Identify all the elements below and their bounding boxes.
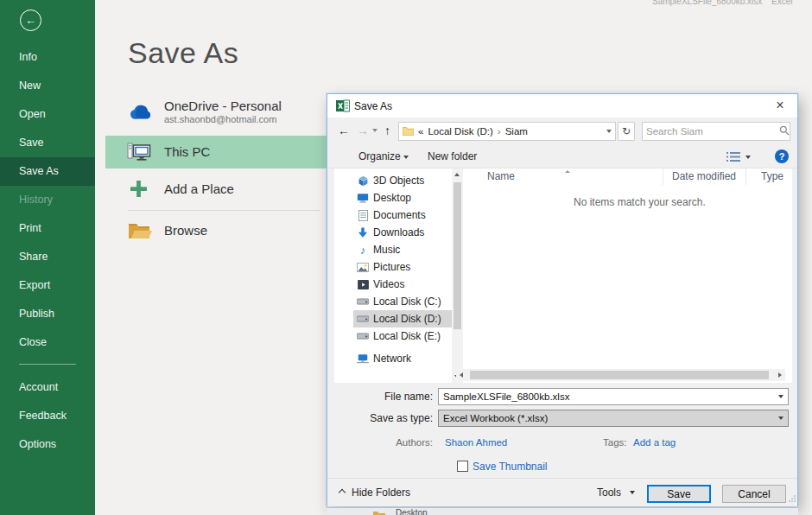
file-list-horizontal-scrollbar[interactable] [456, 369, 785, 381]
hide-folders-button[interactable]: Hide Folders [352, 486, 410, 499]
tree-item-pictures[interactable]: Pictures [353, 258, 452, 276]
refresh-button[interactable]: ↻ [618, 122, 635, 141]
file-name-label: File name: [327, 391, 433, 403]
save-as-type-label: Save as type: [327, 412, 433, 424]
tree-item-local-disk-d[interactable]: Local Disk (D:) [353, 310, 452, 327]
tree-item-3d-objects[interactable]: 3D Objects [353, 172, 452, 189]
views-icon[interactable] [726, 151, 740, 165]
nav-up-icon[interactable]: ↑ [384, 124, 390, 137]
sidebar-item-publish[interactable]: Publish [0, 300, 95, 328]
place-add-a-place-label: Add a Place [164, 181, 234, 196]
save-button[interactable]: Save [647, 485, 711, 503]
tree-item-videos[interactable]: Videos [353, 276, 452, 293]
column-header-name[interactable]: Name [463, 168, 663, 185]
authors-value[interactable]: Shaon Ahmed [445, 437, 507, 448]
sidebar-item-print[interactable]: Print [0, 214, 95, 243]
sidebar-item-share[interactable]: Share [0, 243, 95, 271]
tree-item-label: Local Disk (D:) [373, 313, 441, 325]
close-icon[interactable]: × [771, 97, 790, 114]
file-name-dropdown-icon[interactable] [778, 395, 783, 398]
tree-item-documents[interactable]: Documents [353, 207, 452, 224]
place-add-a-place[interactable]: Add a Place [105, 175, 328, 204]
background-window-app-name: Excel [771, 0, 792, 6]
background-window-title: SampleXLSFile_6800kb.xlsx [652, 0, 762, 6]
this-pc-icon [127, 142, 151, 166]
tree-item-downloads[interactable]: Downloads [353, 224, 452, 241]
sidebar-item-account[interactable]: Account [0, 373, 95, 402]
videos-icon [357, 278, 369, 290]
address-chevron-icon[interactable] [606, 130, 612, 133]
tools-button[interactable]: Tools [597, 486, 621, 499]
place-onedrive-subtitle: ast.shaonbd@hotmail.com [164, 114, 276, 124]
nav-back-icon[interactable]: ← [338, 124, 350, 137]
sidebar-item-info[interactable]: Info [0, 43, 95, 72]
tools-dropdown-icon[interactable] [630, 491, 635, 494]
sidebar-item-save[interactable]: Save [0, 129, 95, 157]
scrollbar-thumb[interactable] [454, 182, 461, 329]
save-as-type-select[interactable]: Excel Workbook (*.xlsx) [438, 410, 789, 427]
folder-tree: 3D Objects Desktop Documents Downloads ♪… [334, 168, 452, 383]
sidebar-item-open[interactable]: Open [0, 100, 95, 129]
sidebar-item-options[interactable]: Options [0, 430, 95, 459]
breadcrumb-drive[interactable]: Local Disk (D:) [428, 126, 492, 137]
column-header-date-modified[interactable]: Date modified [663, 168, 746, 185]
views-chevron-icon[interactable] [745, 156, 751, 159]
tree-item-label: Local Disk (C:) [373, 296, 441, 308]
dialog-footer: Hide Folders Tools Save Cancel [327, 478, 797, 506]
tree-scrollbar[interactable] [452, 168, 463, 383]
help-icon[interactable]: ? [775, 149, 789, 163]
sidebar-item-save-as[interactable]: Save As [0, 157, 95, 186]
new-folder-button[interactable]: New folder [428, 150, 477, 162]
column-header-type[interactable]: Type [746, 168, 792, 185]
save-as-type-dropdown-icon[interactable] [778, 416, 783, 420]
cancel-button[interactable]: Cancel [722, 485, 786, 503]
tree-item-desktop[interactable]: Desktop [353, 189, 452, 207]
search-icon [779, 125, 790, 138]
tree-item-local-disk-e[interactable]: Local Disk (E:) [353, 327, 452, 345]
scroll-left-icon[interactable] [460, 372, 463, 378]
scroll-right-icon[interactable] [778, 372, 782, 378]
onedrive-cloud-icon [128, 104, 154, 125]
sidebar-divider [19, 364, 76, 365]
place-this-pc[interactable]: This PC [105, 136, 328, 168]
dialog-titlebar[interactable]: Save As × [327, 94, 797, 118]
breadcrumb-folder[interactable]: Siam [505, 126, 528, 137]
file-name-input[interactable] [438, 388, 789, 405]
tree-item-network[interactable]: Network [353, 350, 452, 367]
resize-grip-icon[interactable] [789, 493, 796, 505]
sidebar-item-close[interactable]: Close [0, 328, 95, 357]
nav-forward-icon[interactable]: → [357, 124, 369, 137]
excel-file-icon [336, 99, 350, 115]
tree-item-label: Music [373, 244, 400, 256]
refresh-icon: ↻ [622, 125, 631, 137]
sidebar-item-export[interactable]: Export [0, 271, 95, 300]
add-a-tag-link[interactable]: Add a tag [633, 437, 676, 448]
save-as-type-value: Excel Workbook (*.xlsx) [443, 413, 548, 423]
back-button[interactable]: ← [20, 10, 41, 31]
tree-item-label: Documents [373, 209, 426, 221]
address-bar[interactable]: « Local Disk (D:) › Siam [398, 122, 616, 141]
scroll-up-icon[interactable] [454, 173, 460, 176]
scrollbar-thumb[interactable] [470, 371, 769, 379]
nav-recent-chevron-icon[interactable] [372, 129, 377, 132]
sidebar-item-feedback[interactable]: Feedback [0, 402, 95, 430]
save-thumbnail-label[interactable]: Save Thumbnail [473, 461, 548, 473]
place-browse[interactable]: Browse [105, 216, 328, 245]
sidebar-item-new[interactable]: New [0, 72, 95, 100]
organize-button[interactable]: Organize [358, 150, 401, 162]
drive-icon [357, 313, 369, 325]
tree-item-music[interactable]: ♪ Music [353, 241, 452, 258]
search-input[interactable] [646, 126, 779, 137]
sidebar-item-history: History [0, 186, 95, 214]
save-thumbnail-checkbox[interactable] [457, 461, 468, 472]
address-overflow-mark[interactable]: « [418, 126, 423, 137]
backstage-sidebar: ← Info New Open Save Save As History Pri… [0, 0, 95, 515]
page-title: Save As [128, 36, 238, 70]
tree-item-local-disk-c[interactable]: Local Disk (C:) [353, 293, 452, 310]
desktop-icon [357, 192, 369, 204]
save-as-dialog: Save As × ← → ↑ « Local Disk (D:) › Siam… [327, 93, 798, 506]
place-this-pc-label: This PC [164, 144, 210, 159]
place-onedrive[interactable]: OneDrive - Personal ast.shaonbd@hotmail.… [105, 95, 328, 133]
back-arrow-icon: ← [25, 14, 36, 27]
background-window-strip: Desktop [327, 507, 798, 515]
